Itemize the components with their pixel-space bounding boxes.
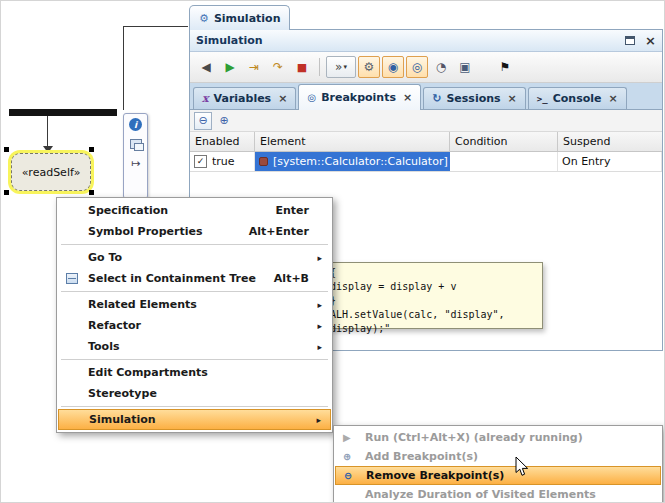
menu-item-label: Symbol Properties [88,225,202,238]
menu-item-label: Tools [88,340,119,353]
enabled-cell[interactable]: ✓ true [190,152,255,171]
menu-item-go-to[interactable]: Go To ▸ [58,247,331,268]
console-tab-icon: >_ [537,94,548,104]
menu-item-shortcut: Alt+Enter [249,225,323,238]
selection-handle[interactable] [4,147,9,152]
settings-button[interactable]: ⚙ [358,56,380,78]
suspend-value: On Entry [562,155,610,168]
simulation-submenu: ▶ Run (Ctrl+Alt+X) (already running) ⊕ A… [333,425,663,503]
selection-handle[interactable] [4,190,9,195]
back-button[interactable]: ◀ [195,56,217,78]
column-header-suspend[interactable]: Suspend [558,132,662,151]
more-actions-button[interactable]: » ▾ [326,56,356,78]
step-over-icon: ↷ [273,60,283,74]
menu-item-simulation[interactable]: Simulation ▸ [58,409,331,430]
tab-console[interactable]: >_ Console × [528,87,627,109]
panel-header: Simulation × [190,30,662,52]
menu-item-label: Select in Containment Tree [88,272,256,285]
menu-item-edit-compartments[interactable]: Edit Compartments [58,362,331,383]
enabled-checkbox[interactable]: ✓ [194,155,207,168]
condition-cell[interactable] [450,152,558,171]
element-cell[interactable]: [system::Calculator::Calculator] [255,152,450,171]
tab-breakpoints[interactable]: ◎ Breakpoints × [298,84,421,110]
add-breakpoint-icon: ⊕ [219,114,228,127]
fork-join-bar[interactable] [9,109,117,116]
menu-item-specification[interactable]: Specification Enter [58,200,331,221]
flag-icon: ⚑ [500,60,511,74]
export-image-icon: ▣ [459,60,470,74]
code-line: display = display + v [330,280,536,294]
submenu-item-run: ▶ Run (Ctrl+Alt+X) (already running) [335,428,661,447]
close-icon[interactable]: × [508,92,517,105]
menu-item-select-in-containment-tree[interactable]: Select in Containment Tree Alt+B [58,268,331,289]
menu-item-stereotype[interactable]: Stereotype [58,383,331,404]
submenu-arrow-icon: ▸ [317,342,322,352]
menu-item-symbol-properties[interactable]: Symbol Properties Alt+Enter [58,221,331,242]
console-tab-label: Console [553,92,602,105]
column-header-condition[interactable]: Condition [450,132,558,151]
diagram-edge-to-action [47,116,48,147]
add-breakpoint-button[interactable]: ⊕ [215,112,233,130]
step-into-button[interactable]: ⇥ [243,56,265,78]
menu-item-refactor[interactable]: Refactor ▸ [58,315,331,336]
column-header-enabled[interactable]: Enabled [190,132,255,151]
export-image-button[interactable]: ▣ [454,56,476,78]
clock-button[interactable]: ◔ [430,56,452,78]
enabled-value: true [212,155,235,168]
column-header-element[interactable]: Element [255,132,450,151]
menu-item-label: Stereotype [88,387,157,400]
breakpoints-tab-icon: ◎ [307,92,316,103]
back-icon: ◀ [201,60,210,74]
tab-sessions[interactable]: ↻ Sessions × [423,87,526,109]
code-line: } [330,294,536,308]
screen: «readSelf» i ↦ ⚙ Simulation Simulation ×… [0,0,665,503]
breakpoints-tab-label: Breakpoints [321,91,396,104]
tab-variables[interactable]: x Variables × [193,87,296,109]
breakpoint-table-row[interactable]: ✓ true [system::Calculator::Calculator] … [190,152,662,172]
submenu-item-label: Analyze Duration of Visited Elements [365,488,596,501]
submenu-arrow-icon: ▸ [317,300,322,310]
submenu-item-analyze-duration: Analyze Duration of Visited Elements [335,485,661,503]
variables-tab-icon: x [202,92,209,105]
read-self-action[interactable]: «readSelf» [11,153,91,191]
float-window-icon[interactable] [625,36,635,45]
simulation-document-tab[interactable]: ⚙ Simulation [189,5,290,30]
specification-info-icon[interactable]: i [129,118,142,131]
menu-item-related-elements[interactable]: Related Elements ▸ [58,294,331,315]
submenu-arrow-icon: ▸ [317,253,322,263]
breakpoints-toggle-button[interactable]: ◉ [382,56,404,78]
selection-handle[interactable] [89,190,94,195]
terminate-icon: ■ [297,61,307,74]
submenu-item-remove-breakpoints[interactable]: ⊖ Remove Breakpoint(s) [335,466,661,485]
menu-item-label: Go To [88,251,122,264]
diagram-edge-horizontal [123,26,188,27]
submenu-item-label: Add Breakpoint(s) [365,450,478,463]
compartments-icon[interactable] [130,139,142,149]
step-into-icon: ⇥ [249,60,259,74]
close-icon[interactable]: × [403,91,412,104]
read-self-label: «readSelf» [22,166,81,179]
menu-separator [61,244,328,245]
terminate-button[interactable]: ■ [291,56,313,78]
panel-tabstrip: x Variables × ◎ Breakpoints × ↻ Sessions… [190,83,662,110]
link-icon[interactable]: ↦ [131,157,140,170]
menu-item-label: Related Elements [88,298,197,311]
menu-item-tools[interactable]: Tools ▸ [58,336,331,357]
context-menu: Specification Enter Symbol Properties Al… [56,197,333,433]
selection-handle[interactable] [89,147,94,152]
submenu-item-label: Run (Ctrl+Alt+X) (already running) [365,431,583,444]
close-icon[interactable]: × [645,34,656,47]
step-over-button[interactable]: ↷ [267,56,289,78]
flag-button[interactable]: ⚑ [494,56,516,78]
add-breakpoint-icon: ⊕ [343,451,351,462]
animation-toggle-button[interactable]: ◎ [406,56,428,78]
resume-button[interactable]: ▶ [219,56,241,78]
menu-separator [61,359,328,360]
remove-breakpoint-button[interactable]: ⊖ [194,112,212,130]
close-icon[interactable]: × [608,92,617,105]
simulation-tab-label: Simulation [214,12,281,25]
edge-arrowhead-icon [43,146,53,153]
diagram-edge-vertical [123,26,124,110]
suspend-cell[interactable]: On Entry [558,152,662,171]
close-icon[interactable]: × [278,92,287,105]
